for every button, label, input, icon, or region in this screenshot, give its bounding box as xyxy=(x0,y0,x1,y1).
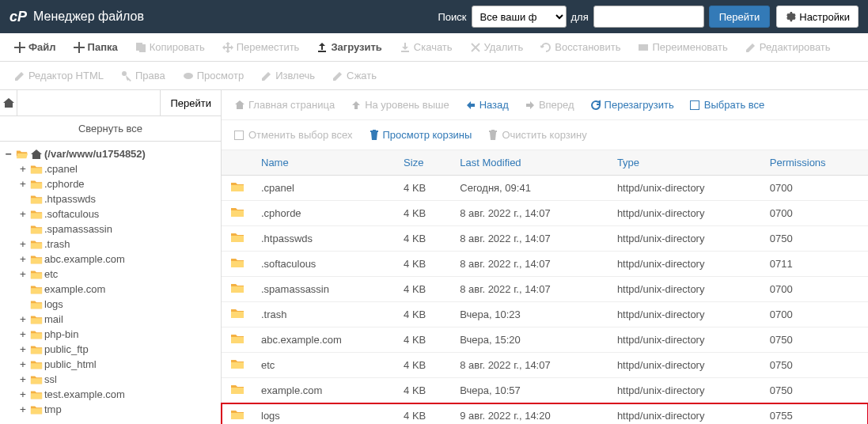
expander-icon[interactable]: + xyxy=(17,313,28,325)
tree-node[interactable]: +public_ftp xyxy=(17,342,218,357)
compress-button[interactable]: Сжать xyxy=(324,65,385,86)
col-icon[interactable] xyxy=(222,150,253,176)
expander-icon[interactable]: + xyxy=(17,268,28,280)
download-button[interactable]: Скачать xyxy=(392,36,461,58)
expander-icon[interactable]: + xyxy=(17,388,28,400)
cell-modified: Сегодня, 09:41 xyxy=(452,176,609,201)
table-row[interactable]: logs4 KB9 авг. 2022 г., 14:20httpd/unix-… xyxy=(222,403,868,425)
file-button[interactable]: Файл xyxy=(6,36,64,58)
col-type[interactable]: Type xyxy=(609,150,762,176)
table-row[interactable]: .cpanel4 KBСегодня, 09:41httpd/unix-dire… xyxy=(222,176,868,201)
cell-type: httpd/unix-directory xyxy=(609,201,762,226)
expander-icon[interactable]: + xyxy=(17,403,28,415)
expander-icon[interactable]: + xyxy=(17,358,28,370)
tree-node[interactable]: .spamassassin xyxy=(17,221,218,237)
tree-node[interactable]: logs xyxy=(17,297,218,312)
col-name[interactable]: Name xyxy=(253,150,396,176)
permissions-button[interactable]: Права xyxy=(113,65,173,86)
search-go-button[interactable]: Перейти xyxy=(709,6,771,28)
nav-empty-trash-button[interactable]: Очистить корзину xyxy=(481,125,593,145)
cell-modified: 9 авг. 2022 г., 14:20 xyxy=(452,403,609,425)
path-input[interactable] xyxy=(17,90,160,115)
search-input[interactable] xyxy=(593,6,704,28)
table-row[interactable]: .cphorde4 KB8 авг. 2022 г., 14:07httpd/u… xyxy=(222,201,868,226)
cell-name: etc xyxy=(253,353,396,378)
table-row[interactable]: abc.example.com4 KBВчера, 15:20httpd/uni… xyxy=(222,327,868,353)
col-perm[interactable]: Permissions xyxy=(762,150,868,176)
upload-button[interactable]: Загрузить xyxy=(309,36,389,58)
nav-trash-button[interactable]: Просмотр корзины xyxy=(362,125,479,145)
tree-node[interactable]: +.cphorde xyxy=(17,176,218,191)
expander-icon[interactable]: + xyxy=(17,238,28,250)
expander-icon[interactable] xyxy=(17,193,28,205)
table-row[interactable]: .softaculous4 KB8 авг. 2022 г., 14:07htt… xyxy=(222,252,868,277)
folder-icon xyxy=(230,358,244,370)
nav-back-button[interactable]: Назад xyxy=(459,95,515,115)
edit-button[interactable]: Редактировать xyxy=(737,36,839,58)
view-button[interactable]: Просмотр xyxy=(175,65,252,86)
cell-perm: 0711 xyxy=(762,252,868,277)
expander-icon[interactable]: + xyxy=(17,178,28,190)
tree-node[interactable]: +php-bin xyxy=(17,327,218,342)
restore-button[interactable]: Восстановить xyxy=(533,36,628,58)
folder-icon xyxy=(30,344,43,355)
col-modified[interactable]: Last Modified xyxy=(452,150,609,176)
cell-size: 4 KB xyxy=(396,226,452,252)
table-row[interactable]: example.com4 KBВчера, 10:57httpd/unix-di… xyxy=(222,378,868,403)
extract-button[interactable]: Извлечь xyxy=(253,65,323,86)
nav-reload-button[interactable]: Перезагрузить xyxy=(584,95,680,115)
table-row[interactable]: .spamassassin4 KB8 авг. 2022 г., 14:07ht… xyxy=(222,277,868,302)
expander-icon[interactable]: − xyxy=(3,148,14,160)
tree-node[interactable]: +.softaculous xyxy=(17,206,218,221)
tree-node[interactable]: .htpasswds xyxy=(17,191,218,206)
expander-icon[interactable]: + xyxy=(17,208,28,220)
tree-node[interactable]: +abc.example.com xyxy=(17,252,218,267)
folder-button[interactable]: Папка xyxy=(66,36,126,58)
tree-node[interactable]: +test.example.com xyxy=(17,387,218,402)
expander-icon[interactable]: + xyxy=(17,328,28,340)
folder-icon xyxy=(30,329,43,340)
table-row[interactable]: etc4 KB8 авг. 2022 г., 14:07httpd/unix-d… xyxy=(222,353,868,378)
nav-forward-button[interactable]: Вперед xyxy=(518,95,581,115)
expander-icon[interactable]: + xyxy=(17,163,28,175)
search-scope-select[interactable]: Все ваши файлы xyxy=(472,6,567,28)
rename-button[interactable]: Переименовать xyxy=(630,36,735,58)
tree-root[interactable]: − (/var/www/u1754852) xyxy=(3,146,218,161)
tree-node[interactable]: +tmp xyxy=(17,402,218,417)
nav-row-1: Главная страница На уровень выше Назад В… xyxy=(222,90,868,120)
folder-icon xyxy=(230,383,244,396)
table-row[interactable]: .htpasswds4 KB8 авг. 2022 г., 14:07httpd… xyxy=(222,226,868,252)
nav-home-button[interactable]: Главная страница xyxy=(228,95,341,115)
expander-icon[interactable]: + xyxy=(17,253,28,265)
expander-icon[interactable] xyxy=(17,283,28,295)
expander-icon[interactable] xyxy=(17,223,28,235)
col-size[interactable]: Size xyxy=(396,150,452,176)
html-editor-button[interactable]: Редактор HTML xyxy=(6,65,112,86)
table-row[interactable]: .trash4 KBВчера, 10:23httpd/unix-directo… xyxy=(222,302,868,327)
expander-icon[interactable] xyxy=(17,298,28,310)
folder-icon xyxy=(30,389,43,400)
tree-node[interactable]: +etc xyxy=(17,267,218,282)
tree-node[interactable]: +ssl xyxy=(17,372,218,387)
tree-node[interactable]: +mail xyxy=(17,312,218,327)
nav-up-button[interactable]: На уровень выше xyxy=(344,95,456,115)
settings-button[interactable]: Настройки xyxy=(776,6,859,28)
tree-node[interactable]: +.cpanel xyxy=(17,161,218,176)
cell-modified: 8 авг. 2022 г., 14:07 xyxy=(452,226,609,252)
home-button[interactable] xyxy=(0,90,17,115)
delete-button[interactable]: Удалить xyxy=(462,36,532,58)
collapse-all-button[interactable]: Свернуть все xyxy=(0,116,221,142)
tree-node[interactable]: +.trash xyxy=(17,237,218,252)
expander-icon[interactable]: + xyxy=(17,373,28,385)
tree-node[interactable]: +public_html xyxy=(17,357,218,372)
tree-label: .cpanel xyxy=(44,163,78,175)
nav-select-all-button[interactable]: Выбрать все xyxy=(684,95,771,115)
path-go-button[interactable]: Перейти xyxy=(160,90,221,115)
tree-node[interactable]: example.com xyxy=(17,282,218,297)
move-button[interactable]: Переместить xyxy=(214,36,308,58)
key-icon xyxy=(121,70,132,81)
copy-button[interactable]: Копировать xyxy=(127,36,213,58)
expander-icon[interactable]: + xyxy=(17,343,28,355)
delete-icon xyxy=(470,42,481,53)
nav-deselect-button[interactable]: Отменить выбор всех xyxy=(228,125,359,145)
